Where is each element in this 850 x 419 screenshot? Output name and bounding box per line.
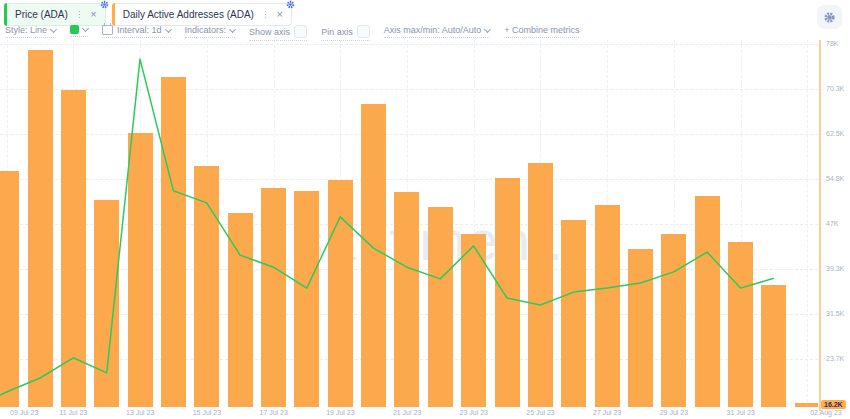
close-icon[interactable]: × (275, 8, 283, 21)
color-swatch (70, 25, 79, 34)
gear-badge-icon[interactable] (286, 0, 295, 9)
pin-axis-toggle[interactable]: Pin axis (321, 25, 370, 41)
x-tick-label: 15 Jul 23 (193, 409, 221, 416)
chevron-down-icon (229, 25, 236, 32)
x-tick-label: 31 Jul 23 (727, 409, 755, 416)
x-tick-label: 27 Jul 23 (593, 409, 621, 416)
gear-badge-icon[interactable] (100, 0, 109, 9)
show-axis-label: Show axis (249, 27, 290, 37)
style-dropdown[interactable]: Style: Line (5, 25, 56, 38)
indicators-label: Indicators: (185, 25, 227, 35)
chevron-down-icon (484, 25, 491, 32)
x-tick-label: 23 Jul 23 (460, 409, 488, 416)
price-line-series (0, 40, 818, 407)
tab-daily-active-addresses-ada[interactable]: Daily Active Addresses (ADA) × (112, 3, 292, 26)
axis-maxmin-dropdown[interactable]: Axis max/min: Auto/Auto (384, 25, 491, 38)
kebab-menu-icon[interactable] (263, 9, 269, 21)
gear-icon (823, 11, 836, 24)
kebab-menu-icon[interactable] (77, 9, 83, 21)
pin-axis-label: Pin axis (321, 27, 353, 37)
close-icon[interactable]: × (89, 8, 97, 21)
y-tick-label: 54.8K (826, 175, 844, 182)
metric-tabs: Price (ADA) × Daily Active Addresses (AD… (4, 3, 292, 26)
y-tick-label: 39.3K (826, 265, 844, 272)
interval-dropdown[interactable]: Interval: 1d (102, 25, 171, 38)
x-tick-label: 29 Jul 23 (660, 409, 688, 416)
chart-settings-button[interactable] (817, 5, 842, 29)
chevron-down-icon (165, 25, 172, 32)
chart-app: Price (ADA) × Daily Active Addresses (AD… (0, 0, 850, 419)
y-tick-label: 23.7K (826, 355, 844, 362)
tab-price-ada[interactable]: Price (ADA) × (4, 3, 106, 26)
tab-label: Daily Active Addresses (ADA) (123, 9, 254, 20)
x-tick-label: 17 Jul 23 (260, 409, 288, 416)
y-tick-label: 31.5K (826, 310, 844, 317)
x-tick-label: 21 Jul 23 (393, 409, 421, 416)
color-dropdown[interactable] (70, 25, 88, 37)
tab-accent-green (4, 3, 7, 26)
indicators-dropdown[interactable]: Indicators: (185, 25, 236, 38)
y-axis-spine (819, 40, 821, 411)
chevron-down-icon (82, 25, 89, 32)
show-axis-toggle[interactable]: Show axis (249, 25, 307, 41)
tab-label: Price (ADA) (15, 9, 68, 20)
show-axis-checkbox[interactable] (294, 25, 307, 38)
x-tick-label: 09 Jul 23 (10, 409, 38, 416)
x-tick-label: 25 Jul 23 (526, 409, 554, 416)
plot-area[interactable]: santiment. (0, 40, 818, 407)
tab-accent-orange (112, 3, 115, 26)
y-tick-label: 70.3K (826, 85, 844, 92)
axis-maxmin-label: Axis max/min: Auto/Auto (384, 25, 482, 35)
current-value-badge: 16.2K (821, 400, 846, 409)
y-tick-label: 62.5K (826, 130, 844, 137)
combine-metrics-button[interactable]: + Combine metrics (504, 25, 579, 38)
combine-metrics-label: + Combine metrics (504, 25, 579, 35)
chevron-down-icon (50, 25, 57, 32)
calendar-icon (102, 25, 113, 35)
x-tick-label: 13 Jul 23 (126, 409, 154, 416)
style-label: Style: Line (5, 25, 47, 35)
x-tick-label: 11 Jul 23 (59, 409, 87, 416)
y-tick-label: 47K (826, 220, 838, 227)
pin-axis-checkbox[interactable] (357, 25, 370, 38)
x-tick-label: 02 Aug 23 (810, 409, 842, 416)
x-tick-label: 19 Jul 23 (326, 409, 354, 416)
chart-toolbar: Style: Line Interval: 1d Indicators: Sho… (5, 25, 579, 41)
y-tick-label: 78K (826, 40, 838, 47)
interval-label: Interval: 1d (117, 25, 162, 35)
